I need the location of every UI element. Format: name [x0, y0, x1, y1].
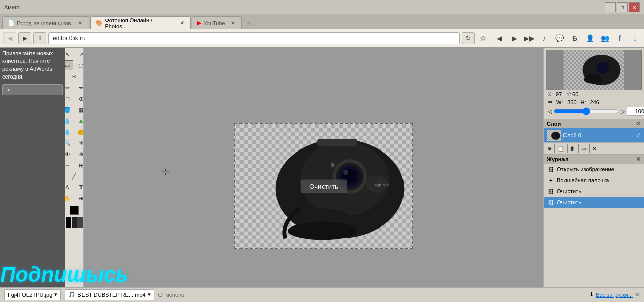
crop-tool[interactable]: ✂ — [68, 71, 80, 82]
tool-row-14: ✋ ⊕ — [65, 193, 84, 204]
tab-1-icon: 📄 — [8, 20, 15, 26]
eraser-tool[interactable]: ◻ — [65, 94, 73, 104]
move-tool[interactable]: ↖ — [65, 49, 73, 59]
next-media-button[interactable]: ▶▶ — [523, 32, 535, 44]
file-dropdown-icon[interactable]: ▾ — [54, 291, 57, 298]
tab-2-close[interactable]: ✕ — [179, 20, 186, 27]
twitter-icon[interactable]: 𝕥 — [629, 32, 641, 44]
preview-svg — [546, 50, 641, 90]
tab-2[interactable]: 🎨 Фотошоп Онлайн / Photos... ✕ — [90, 16, 191, 29]
journal-item-3[interactable]: 🖼 Очистить — [544, 197, 644, 208]
svg-point-22 — [597, 62, 609, 74]
wand-tool[interactable]: ✵ — [75, 149, 84, 159]
text-tool[interactable]: A — [65, 182, 73, 192]
layer-item-0[interactable]: Слой 0 ✓ — [544, 128, 644, 142]
gradient-tool[interactable]: ▦ — [75, 105, 84, 115]
journal-item-0[interactable]: 🖼 Открыть изображение — [544, 164, 644, 175]
zoom-row: ◁ ▷ % — [546, 106, 642, 117]
tool-row-9: 🔍 ✳ — [65, 137, 84, 148]
tool-row-7: 💧 ▲ — [65, 115, 84, 126]
tool-row-5: ◻ ⊕ — [65, 93, 84, 104]
journal-item-2[interactable]: 🖼 Очистить — [544, 186, 644, 197]
lasso-tool[interactable]: ◌ — [75, 60, 84, 70]
ad-button[interactable]: > — [2, 84, 63, 95]
svg-point-23 — [584, 74, 602, 84]
layers-menu-btn[interactable]: ≡ — [545, 144, 555, 153]
arrow-tool[interactable]: ↗ — [75, 49, 84, 59]
zoom2-tool[interactable]: ⊕ — [75, 193, 84, 203]
back-button[interactable]: ◀ — [3, 32, 16, 44]
prev-media-button[interactable]: ◀ — [493, 32, 505, 44]
transform-tool[interactable]: ⊞ — [75, 160, 84, 170]
window-controls[interactable]: — □ ✕ — [605, 2, 640, 12]
new-tab-button[interactable]: + — [243, 17, 255, 29]
layers-copy-btn[interactable]: 📋 — [556, 144, 566, 153]
file-selector[interactable]: Fgj4FOEzTPU.jpg ▾ — [4, 289, 61, 300]
stamp-tool[interactable]: ⊕ — [75, 94, 84, 104]
tab-1-close[interactable]: ✕ — [76, 20, 84, 27]
clear-button[interactable]: Очистить — [300, 180, 347, 193]
pan-tool[interactable]: ✋ — [65, 193, 73, 203]
layers-merge-btn[interactable]: ✕ — [589, 144, 599, 153]
share-button[interactable]: ⇧ — [33, 32, 46, 44]
download-close[interactable]: ✕ — [635, 291, 640, 298]
forward-button[interactable]: ▶ — [18, 32, 31, 44]
resize-icon: ⇔ — [548, 99, 552, 105]
magnify-tool[interactable]: 🔍 — [65, 138, 73, 148]
close-button[interactable]: ✕ — [629, 2, 640, 12]
layers-delete-btn[interactable]: 🗑 — [567, 144, 577, 153]
layers-new-btn[interactable]: ▭ — [578, 144, 588, 153]
svg-point-13 — [331, 163, 335, 167]
refresh-button[interactable]: ↻ — [462, 32, 475, 44]
address-bar[interactable]: editor.0lik.ru — [48, 32, 460, 44]
tab-3-close[interactable]: ✕ — [229, 20, 236, 27]
journal-close[interactable]: ✕ — [636, 156, 641, 163]
play-button[interactable]: ▶ — [508, 32, 520, 44]
preview-image — [546, 50, 642, 90]
eye-tool[interactable]: 👁 — [65, 149, 73, 159]
text2-tool[interactable]: T — [75, 182, 84, 192]
line-tool[interactable]: ╱ — [68, 171, 80, 181]
users-icon[interactable]: 👥 — [599, 32, 611, 44]
drop-tool[interactable]: 💧 — [65, 127, 73, 137]
cursor-cross: ⊹ — [162, 166, 169, 177]
chat-icon[interactable]: 💬 — [553, 32, 566, 44]
minimize-button[interactable]: — — [605, 2, 616, 12]
tab-2-label: Фотошоп Онлайн / Photos... — [105, 17, 174, 29]
user-icon[interactable]: 👤 — [584, 32, 596, 44]
tab-1[interactable]: 📄 Город лецплейщиков. ✕ — [2, 16, 89, 29]
tool-row-10: 👁 ✵ — [65, 148, 84, 160]
rotate-tool[interactable]: ✳ — [75, 138, 84, 148]
layers-toolbar: ≡ 📋 🗑 ▭ ✕ — [544, 142, 644, 154]
download-link[interactable]: Все загрузки... — [596, 292, 633, 298]
pencil-tool[interactable]: ✏ — [65, 83, 73, 93]
journal-item-1[interactable]: ✦ Волшебная палочка — [544, 175, 644, 186]
layer-0-name: Слой 0 — [563, 132, 634, 138]
tab-3[interactable]: ▶ YouTube ✕ — [192, 16, 242, 29]
zoom-input[interactable] — [627, 107, 644, 116]
tab-3-icon: ▶ — [197, 20, 201, 26]
fill-tool[interactable]: 🪣 — [65, 105, 73, 115]
circle-tool[interactable]: ⬤ — [75, 127, 84, 137]
canvas-area[interactable]: logitech Очистить ⊹ — [84, 48, 543, 287]
journal-icon-3: 🖼 — [547, 198, 555, 206]
x-label: X: — [548, 91, 553, 97]
foreground-color[interactable] — [70, 206, 79, 215]
x-value: -97 — [554, 91, 562, 97]
tab-1-label: Город лецплейщиков. — [17, 20, 72, 26]
facebook-icon[interactable]: f — [614, 32, 626, 44]
zoom-slider[interactable] — [554, 109, 619, 114]
star-icon[interactable]: ☆ — [477, 32, 489, 44]
select-rect-tool[interactable]: ▭ — [65, 60, 73, 70]
media-selector[interactable]: 🎵 BEST DUBSTEP RE....mp4 ▾ — [65, 289, 154, 300]
ad-text: Привлекайте новых клиентов. Начните рекл… — [2, 50, 63, 81]
music-icon[interactable]: ♪ — [538, 32, 550, 44]
blur-tool[interactable]: 💧 — [65, 116, 73, 126]
triangle-tool[interactable]: ▲ — [75, 116, 84, 126]
bold-b-icon[interactable]: Б — [569, 32, 581, 44]
layers-close[interactable]: ✕ — [636, 120, 641, 127]
media-dropdown-icon[interactable]: ▾ — [148, 291, 151, 298]
maximize-button[interactable]: □ — [617, 2, 628, 12]
hand-tool[interactable]: ↔ — [65, 160, 73, 170]
brush-tool[interactable]: ✒ — [75, 83, 84, 93]
